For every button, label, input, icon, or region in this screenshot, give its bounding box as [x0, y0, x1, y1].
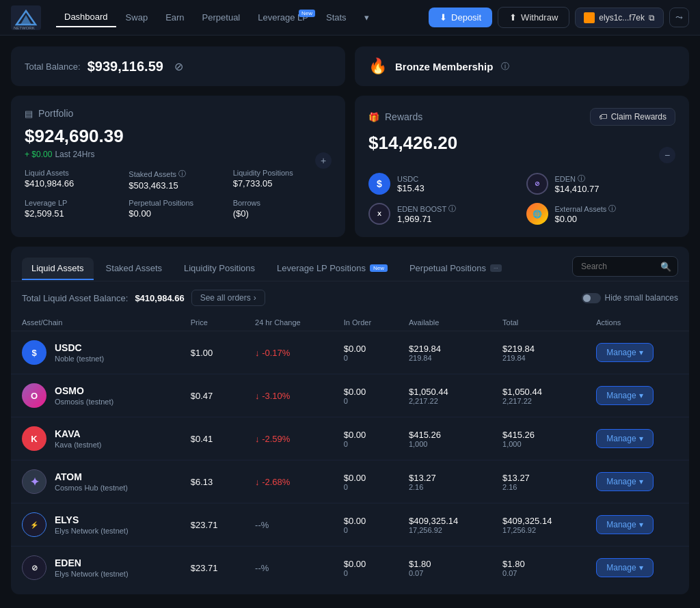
- in-order-cell: $0.00 0: [333, 460, 398, 503]
- membership-info-icon[interactable]: ⓘ: [501, 61, 509, 72]
- reward-item-usdc: $ USDC $15.43: [368, 173, 518, 195]
- withdraw-icon: ⬆: [509, 12, 517, 23]
- main-content: Total Balance: $939,116.59 ⊘ 🔥 Bronze Me…: [0, 36, 700, 605]
- portfolio-expand-button[interactable]: +: [315, 152, 332, 169]
- osmo-icon: O: [22, 383, 46, 408]
- manage-button-eden[interactable]: Manage ▾: [596, 558, 653, 577]
- hide-balance-icon[interactable]: ⊘: [174, 60, 183, 73]
- nav-more-button[interactable]: ▾: [356, 8, 377, 27]
- change-cell: --%: [244, 503, 333, 547]
- logout-button[interactable]: ⤳: [669, 8, 689, 27]
- rewards-expand-button[interactable]: −: [659, 147, 675, 163]
- asset-chain: Kava (testnet): [55, 441, 101, 449]
- col-price: Price: [180, 314, 244, 331]
- change-cell: ↓ -2.68%: [244, 460, 333, 503]
- chevron-down-icon: ▾: [639, 520, 643, 529]
- total-liquid-value: $410,984.66: [135, 293, 184, 303]
- manage-button-atom[interactable]: Manage ▾: [596, 472, 653, 491]
- tab-perpetual-positions[interactable]: Perpetual Positions ···: [400, 258, 511, 280]
- assets-card: Liquid Assets Staked Assets Liquidity Po…: [11, 247, 689, 594]
- kava-icon: K: [22, 426, 46, 451]
- search-icon: 🔍: [660, 262, 671, 272]
- eden-info-icon[interactable]: ⓘ: [578, 174, 585, 184]
- col-asset: Asset/Chain: [11, 314, 180, 331]
- tab-liquid-assets[interactable]: Liquid Assets: [22, 258, 94, 280]
- total-cell: $219.84 219.84: [492, 331, 585, 374]
- deposit-icon: ⬇: [440, 12, 447, 23]
- tab-leverage-lp[interactable]: Leverage LP Positions New: [267, 258, 397, 280]
- hide-small-balances-wrap: Hide small balances: [582, 293, 678, 303]
- nav-item-perpetual[interactable]: Perpetual: [194, 8, 249, 27]
- col-actions: Actions: [585, 314, 689, 331]
- total-balance-card: Total Balance: $939,116.59 ⊘: [11, 46, 345, 86]
- eden-icon: ⊘: [22, 555, 46, 580]
- hide-small-toggle[interactable]: [582, 293, 601, 303]
- nav-item-dashboard[interactable]: Dashboard: [56, 8, 116, 27]
- tab-liquidity-positions[interactable]: Liquidity Positions: [174, 258, 265, 280]
- staked-info-icon[interactable]: ⓘ: [178, 169, 186, 179]
- top-row: Total Balance: $939,116.59 ⊘ 🔥 Bronze Me…: [11, 46, 689, 86]
- manage-button-osmo[interactable]: Manage ▾: [596, 386, 653, 405]
- wallet-button[interactable]: elys1c...f7ek ⧉: [575, 8, 664, 28]
- total-cell: $409,325.14 17,256.92: [492, 503, 585, 547]
- rewards-title: Rewards: [385, 111, 422, 122]
- table-row: ✦ ATOM Cosmos Hub (testnet) $6.13 ↓ -2.6…: [11, 460, 689, 503]
- logo[interactable]: NETWORK: [11, 5, 42, 30]
- asset-cell-kava: K KAVA Kava (testnet): [11, 417, 180, 460]
- claim-icon: 🏷: [599, 112, 607, 122]
- chevron-down-icon: ▾: [639, 348, 643, 357]
- external-info-icon[interactable]: ⓘ: [608, 204, 616, 214]
- col-total: Total: [492, 314, 585, 331]
- available-cell: $219.84 219.84: [398, 331, 492, 374]
- svg-text:NETWORK: NETWORK: [14, 26, 35, 30]
- see-all-orders-button[interactable]: See all orders ›: [191, 290, 265, 306]
- manage-button-elys[interactable]: Manage ▾: [596, 515, 653, 534]
- deposit-button[interactable]: ⬇ Deposit: [429, 8, 492, 27]
- in-order-cell: $0.00 0: [333, 503, 398, 547]
- rewards-grid: $ USDC $15.43 ⊘ EDEN ⓘ $14,410.77 X: [368, 173, 675, 225]
- leverage-lp-badge: New: [299, 10, 315, 17]
- chevron-down-icon: ▾: [639, 434, 643, 443]
- asset-name: KAVA: [55, 428, 101, 439]
- price-cell: $0.41: [180, 417, 244, 460]
- change-cell: --%: [244, 547, 333, 590]
- actions-cell: Manage ▾: [585, 503, 689, 547]
- assets-tabs: Liquid Assets Staked Assets Liquidity Po…: [11, 247, 689, 281]
- nav-item-earn[interactable]: Earn: [157, 8, 192, 27]
- external-coin-icon: 🌐: [526, 203, 548, 225]
- price-cell: $1.00: [180, 331, 244, 374]
- asset-chain: Noble (testnet): [55, 355, 104, 363]
- actions-cell: Manage ▾: [585, 547, 689, 590]
- col-change: 24 hr Change: [244, 314, 333, 331]
- nav-item-swap[interactable]: Swap: [118, 8, 157, 27]
- claim-rewards-button[interactable]: 🏷 Claim Rewards: [590, 108, 675, 126]
- chevron-down-icon: ▾: [639, 563, 643, 572]
- col-in-order: In Order: [333, 314, 398, 331]
- portfolio-title: Portfolio: [38, 108, 73, 119]
- search-wrap: 🔍: [572, 256, 678, 277]
- change-cell: ↓ -2.59%: [244, 417, 333, 460]
- manage-button-usdc[interactable]: Manage ▾: [596, 343, 653, 362]
- asset-chain: Cosmos Hub (testnet): [55, 484, 128, 492]
- asset-name: ELYS: [55, 514, 129, 525]
- copy-icon: ⧉: [649, 13, 655, 23]
- total-balance-value: $939,116.59: [88, 59, 163, 74]
- portfolio-item-borrows: Borrows ($0): [233, 199, 332, 219]
- table-row: K KAVA Kava (testnet) $0.41 ↓ -2.59% $0.…: [11, 417, 689, 460]
- usdc-coin-icon: $: [368, 173, 390, 195]
- tab-staked-assets[interactable]: Staked Assets: [96, 258, 172, 280]
- nav-item-stats[interactable]: Stats: [318, 8, 355, 27]
- nav-item-leverage-lp[interactable]: Leverage LP New: [250, 8, 317, 27]
- elys-icon: ⚡: [22, 512, 46, 537]
- in-order-cell: $0.00 0: [333, 417, 398, 460]
- asset-cell-eden: ⊘ EDEN Elys Network (testnet): [11, 547, 180, 590]
- manage-button-kava[interactable]: Manage ▾: [596, 429, 653, 448]
- wallet-icon: [584, 12, 595, 23]
- bronze-icon: 🔥: [368, 57, 387, 75]
- portfolio-icon: ▤: [25, 109, 33, 119]
- asset-chain: Elys Network (testnet): [55, 570, 129, 578]
- withdraw-button[interactable]: ⬆ Withdraw: [498, 7, 569, 28]
- eden-boost-info-icon[interactable]: ⓘ: [448, 204, 456, 214]
- mid-row: ▤ Portfolio $924,690.39 + $0.00 Last 24H…: [11, 96, 689, 237]
- available-cell: $13.27 2.16: [398, 460, 492, 503]
